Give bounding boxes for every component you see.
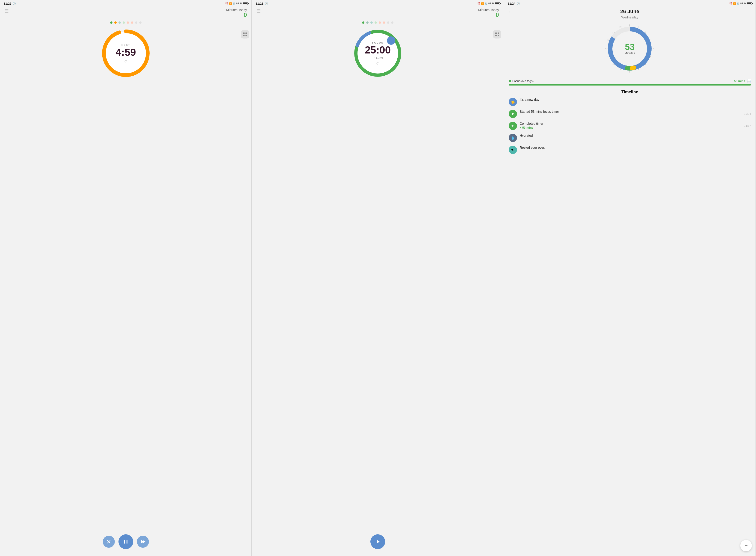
timeline-icon-started — [509, 110, 517, 118]
dot-1-2[interactable] — [114, 22, 117, 24]
timeline-item-hydrated: 💧 Hydrated — [509, 134, 751, 142]
svg-rect-2 — [243, 35, 245, 36]
dot-2-8[interactable] — [391, 22, 393, 24]
clock-icon-2: 🕐 — [265, 2, 268, 5]
timer-display-2: 25:00 — [365, 45, 391, 55]
timer-mode-label-1: REST — [116, 43, 136, 46]
wifi-icon-3: 📶 — [733, 2, 736, 5]
timer-display-1: 4:59 — [116, 47, 136, 58]
menu-button-1[interactable]: ☰ — [5, 8, 9, 13]
signal-icon-2: 📡 — [485, 2, 488, 5]
dot-1-8[interactable] — [139, 22, 142, 24]
skip-button-1[interactable] — [137, 536, 149, 548]
buttons-row-1 — [0, 530, 251, 556]
svg-text:8: 8 — [629, 71, 631, 73]
dot-2-2[interactable] — [366, 22, 368, 24]
signal-icon-1: 📡 — [232, 2, 235, 5]
timeline-icon-completed: ★ — [509, 122, 517, 130]
timeline-icon-rested: 👁 — [509, 146, 517, 154]
dot-1-1[interactable] — [110, 22, 112, 24]
timeline-time-started: 10:24 — [744, 112, 751, 115]
minutes-count-1: 0 — [226, 12, 247, 18]
dot-1-6[interactable] — [131, 22, 133, 24]
svg-rect-15 — [498, 35, 499, 36]
dot-2-7[interactable] — [387, 22, 389, 24]
minutes-count-2: 0 — [478, 12, 499, 18]
pause-button-1[interactable] — [118, 534, 133, 549]
battery-label-2: 82 — [489, 2, 491, 5]
dot-1-7[interactable] — [135, 22, 137, 24]
time-3: 11:24 — [508, 2, 515, 5]
timeline-section: Timeline ☀️ It's a new day Started 53 mi… — [504, 88, 756, 160]
dot-2-3[interactable] — [370, 22, 373, 24]
grid-button-2[interactable] — [493, 30, 501, 38]
status-icons-3: ⏰ 📶 📡 82% — [729, 2, 752, 5]
dot-1-3[interactable] — [118, 22, 121, 24]
svg-marker-11 — [143, 540, 145, 543]
timeline-icon-new-day: ☀️ — [509, 98, 517, 106]
timer-circle-1: REST 4:59 ◇ — [101, 28, 151, 79]
svg-rect-12 — [495, 33, 497, 34]
svg-text:4: 4 — [653, 47, 654, 49]
clock-icon-3: 🕐 — [517, 2, 520, 5]
back-button[interactable]: ← — [508, 9, 512, 14]
svg-rect-0 — [243, 33, 245, 34]
timer-area-2: FOCUS 25:00 →11:46 ◇ — [252, 26, 503, 530]
header-1: ☰ Minutes Today 0 — [0, 6, 251, 19]
status-bar-3: 11:24 🕐 ⏰ 📶 📡 82% — [504, 0, 756, 6]
alarm-icon-3: ⏰ — [729, 2, 732, 5]
dot-2-1[interactable] — [362, 22, 364, 24]
dot-2-4[interactable] — [374, 22, 377, 24]
header-2: ☰ Minutes Today 0 — [252, 6, 503, 19]
play-button-2[interactable] — [370, 534, 385, 549]
svg-marker-20 — [377, 540, 380, 544]
tag-icon-1[interactable]: ◇ — [124, 59, 127, 63]
wifi-icon-2: 📶 — [481, 2, 484, 5]
focus-mins-text: 53 mins — [734, 79, 745, 83]
stats-header: ← 26 June — [504, 6, 756, 15]
signal-icon-3: 📡 — [736, 2, 740, 5]
battery-icon-3 — [747, 2, 752, 5]
fab-button[interactable]: + — [740, 540, 752, 551]
timeline-item-rested: 👁 Rested your eyes — [509, 146, 751, 154]
time-1: 11:22 — [4, 2, 11, 5]
svg-rect-8 — [124, 540, 125, 544]
screen-rest: 11:22 🕐 ⏰ 📶 📡 82% ☰ Minutes Today 0 — [0, 0, 252, 556]
dot-2-5[interactable] — [379, 22, 381, 24]
battery-icon-1 — [243, 2, 248, 5]
tag-icon-2[interactable]: ◇ — [376, 61, 379, 65]
timeline-title: Timeline — [509, 90, 751, 95]
svg-rect-9 — [127, 540, 128, 544]
timeline-text-hydrated: Hydrated — [520, 134, 751, 137]
svg-text:15: 15 — [619, 26, 622, 28]
dot-1-4[interactable] — [122, 22, 125, 24]
dots-row-2 — [252, 19, 503, 26]
svg-marker-45 — [512, 112, 514, 115]
timeline-icon-hydrated: 💧 — [509, 134, 517, 142]
svg-text:0: 0 — [629, 24, 631, 26]
dot-1-5[interactable] — [127, 22, 129, 24]
svg-rect-14 — [495, 35, 497, 36]
dots-row-1 — [0, 19, 251, 26]
focus-progress-bar — [509, 84, 751, 85]
timer-circle-2: FOCUS 25:00 →11:46 ◇ — [352, 28, 403, 79]
focus-section: Focus (No tags) 53 mins 📊 — [504, 76, 756, 88]
svg-text:3: 3 — [650, 38, 652, 41]
dot-2-6[interactable] — [383, 22, 385, 24]
clock-icon-1: 🕐 — [13, 2, 16, 5]
battery-label-1: 82 — [236, 2, 239, 5]
stats-bar-icon[interactable]: 📊 — [747, 79, 751, 83]
timeline-time-completed: 11:17 — [744, 124, 751, 128]
timeline-text-new-day: It's a new day — [520, 98, 751, 101]
timeline-sub-completed: + 53 mins — [520, 126, 742, 129]
timer-area-1: REST 4:59 ◇ — [0, 26, 251, 530]
status-icons-1: ⏰ 📶 📡 82% — [225, 2, 248, 5]
status-bar-2: 11:21 🕐 ⏰ 📶 📡 82% — [252, 0, 503, 6]
menu-button-2[interactable]: ☰ — [256, 8, 261, 13]
buttons-row-2 — [252, 530, 503, 556]
grid-button-1[interactable] — [241, 30, 249, 38]
screen-focus: 11:21 🕐 ⏰ 📶 📡 82% ☰ Minutes Today 0 — [252, 0, 504, 556]
cancel-button-1[interactable] — [103, 536, 115, 548]
timeline-item-completed: ★ Completed timer + 53 mins 11:17 — [509, 122, 751, 130]
timeline-item-started: Started 53 mins focus timer 10:24 — [509, 110, 751, 118]
